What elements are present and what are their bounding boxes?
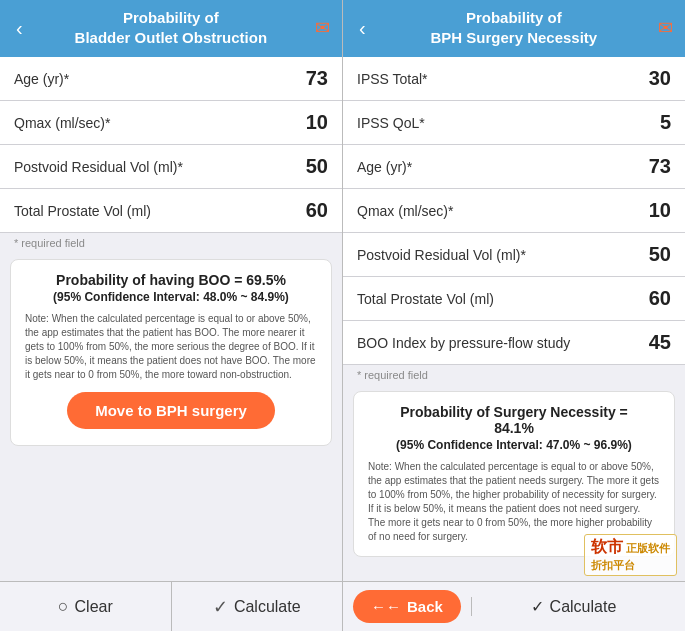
ipss-qol-value: 5 <box>641 111 671 134</box>
clear-button[interactable]: ○ Clear <box>0 582 172 631</box>
right-title-line2: BPH Surgery Necessity <box>370 28 658 48</box>
left-back-button[interactable]: ‹ <box>12 18 27 38</box>
prostate-value-right: 60 <box>641 287 671 310</box>
form-row-qmax-right[interactable]: Qmax (ml/sec)* 10 <box>343 189 685 233</box>
left-result-note: Note: When the calculated percentage is … <box>25 312 317 382</box>
form-row-ipss-qol[interactable]: IPSS QoL* 5 <box>343 101 685 145</box>
ipss-total-label: IPSS Total* <box>357 71 641 87</box>
left-result-ci: (95% Confidence Interval: 48.0% ~ 84.9%) <box>25 290 317 304</box>
prostate-label-right: Total Prostate Vol (ml) <box>357 291 641 307</box>
right-form: IPSS Total* 30 IPSS QoL* 5 Age (yr)* 73 … <box>343 57 685 581</box>
right-result-value: 84.1% <box>368 420 660 436</box>
form-row-postvoid-right[interactable]: Postvoid Residual Vol (ml)* 50 <box>343 233 685 277</box>
calculate-button-right[interactable]: ✓ Calculate <box>471 597 675 616</box>
right-result-note: Note: When the calculated percentage is … <box>368 460 660 544</box>
ipss-total-value: 30 <box>641 67 671 90</box>
calculate-icon-right: ✓ <box>531 597 544 616</box>
right-mail-icon[interactable]: ✉ <box>658 17 673 39</box>
clear-icon: ○ <box>58 596 69 617</box>
move-to-bph-button[interactable]: Move to BPH surgery <box>67 392 275 429</box>
right-header: ‹ Probability of BPH Surgery Necessity ✉ <box>343 0 685 57</box>
age-value: 73 <box>298 67 328 90</box>
form-row-prostate[interactable]: Total Prostate Vol (ml) 60 <box>0 189 342 233</box>
right-result-title: Probability of Surgery Necessity = <box>368 404 660 420</box>
postvoid-label-right: Postvoid Residual Vol (ml)* <box>357 247 641 263</box>
back-arrow-icon: ←← <box>371 598 401 615</box>
right-result-card: Probability of Surgery Necessity = 84.1%… <box>353 391 675 557</box>
required-note-right: * required field <box>343 365 685 385</box>
qmax-value: 10 <box>298 111 328 134</box>
right-panel: ‹ Probability of BPH Surgery Necessity ✉… <box>342 0 685 631</box>
clear-label: Clear <box>75 598 113 616</box>
boo-index-value: 45 <box>641 331 671 354</box>
calculate-label-right: Calculate <box>550 598 617 616</box>
right-header-title: Probability of BPH Surgery Necessity <box>370 8 658 47</box>
postvoid-value-right: 50 <box>641 243 671 266</box>
postvoid-label: Postvoid Residual Vol (ml)* <box>14 159 298 175</box>
postvoid-value: 50 <box>298 155 328 178</box>
qmax-value-right: 10 <box>641 199 671 222</box>
left-title-line2: Bladder Outlet Obstruction <box>27 28 315 48</box>
left-result-card: Probability of having BOO = 69.5% (95% C… <box>10 259 332 446</box>
left-toolbar: ○ Clear ✓ Calculate <box>0 581 342 631</box>
age-label: Age (yr)* <box>14 71 298 87</box>
form-row-age-right[interactable]: Age (yr)* 73 <box>343 145 685 189</box>
ipss-qol-label: IPSS QoL* <box>357 115 641 131</box>
right-result-ci: (95% Confidence Interval: 47.0% ~ 96.9%) <box>368 438 660 452</box>
left-header: ‹ Probability of Bladder Outlet Obstruct… <box>0 0 342 57</box>
form-row-boo-index[interactable]: BOO Index by pressure-flow study 45 <box>343 321 685 365</box>
qmax-label-right: Qmax (ml/sec)* <box>357 203 641 219</box>
prostate-value: 60 <box>298 199 328 222</box>
calculate-label-left: Calculate <box>234 598 301 616</box>
left-form: Age (yr)* 73 Qmax (ml/sec)* 10 Postvoid … <box>0 57 342 581</box>
back-button[interactable]: ←← Back <box>353 590 461 623</box>
qmax-label: Qmax (ml/sec)* <box>14 115 298 131</box>
right-back-chevron[interactable]: ‹ <box>355 18 370 38</box>
back-label: Back <box>407 598 443 615</box>
form-row-qmax[interactable]: Qmax (ml/sec)* 10 <box>0 101 342 145</box>
age-label-right: Age (yr)* <box>357 159 641 175</box>
form-row-age[interactable]: Age (yr)* 73 <box>0 57 342 101</box>
prostate-label: Total Prostate Vol (ml) <box>14 203 298 219</box>
right-toolbar: ←← Back ✓ Calculate <box>343 581 685 631</box>
right-title-line1: Probability of <box>370 8 658 28</box>
calculate-icon-left: ✓ <box>213 596 228 618</box>
left-result-title: Probability of having BOO = 69.5% <box>25 272 317 288</box>
boo-index-label: BOO Index by pressure-flow study <box>357 335 641 351</box>
form-row-ipss-total[interactable]: IPSS Total* 30 <box>343 57 685 101</box>
form-row-prostate-right[interactable]: Total Prostate Vol (ml) 60 <box>343 277 685 321</box>
left-header-title: Probability of Bladder Outlet Obstructio… <box>27 8 315 47</box>
form-row-postvoid[interactable]: Postvoid Residual Vol (ml)* 50 <box>0 145 342 189</box>
calculate-button-left[interactable]: ✓ Calculate <box>172 582 343 631</box>
left-mail-icon[interactable]: ✉ <box>315 17 330 39</box>
required-note-left: * required field <box>0 233 342 253</box>
age-value-right: 73 <box>641 155 671 178</box>
left-title-line1: Probability of <box>27 8 315 28</box>
left-panel: ‹ Probability of Bladder Outlet Obstruct… <box>0 0 342 631</box>
